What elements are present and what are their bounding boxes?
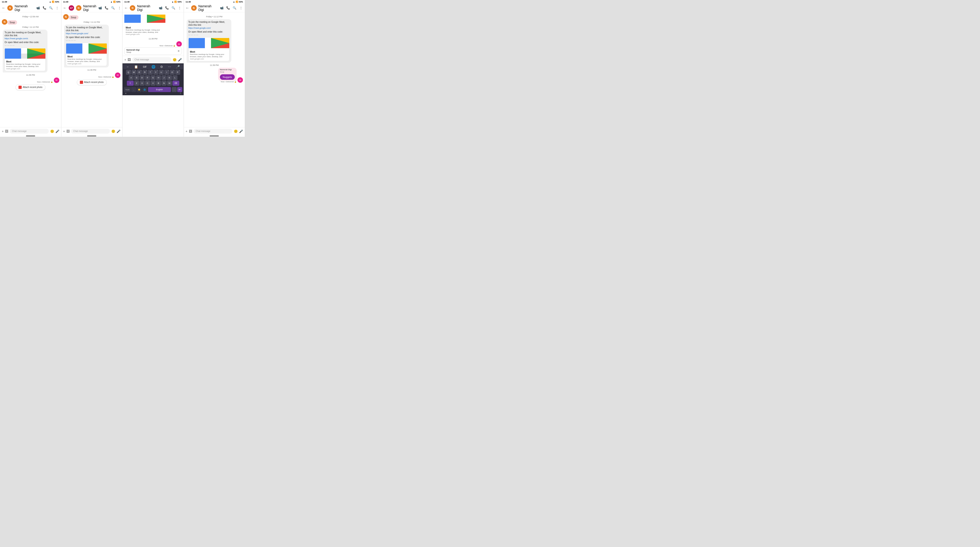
emoji-icon-1[interactable]: 🙂 <box>50 130 54 133</box>
kb-space[interactable]: English <box>148 87 171 92</box>
kb-translate-icon[interactable]: 🌐 <box>151 65 155 68</box>
meet-link-2[interactable]: https://meet.google.com/ <box>66 32 89 35</box>
kb-more-icon[interactable]: ⋯ <box>168 65 171 68</box>
kb-y[interactable]: 6Y <box>153 70 158 75</box>
kb-b[interactable]: B <box>156 81 161 86</box>
plus-icon-2[interactable]: + <box>63 130 65 133</box>
kb-k[interactable]: K <box>167 75 172 80</box>
kb-z[interactable]: Z <box>134 81 139 86</box>
kb-a[interactable]: A <box>129 75 134 80</box>
back-button-4[interactable]: ← <box>186 6 189 10</box>
video-call-icon-3[interactable]: 📹 <box>159 6 163 10</box>
back-button-2[interactable]: ← <box>63 6 67 10</box>
more-icon-3[interactable]: ⋮ <box>178 6 182 10</box>
kb-s[interactable]: S <box>134 75 139 80</box>
mic-icon-4[interactable]: 🎤 <box>239 130 243 133</box>
attach-row-1: Attach recent photo <box>2 84 59 90</box>
kb-p[interactable]: 0P <box>175 70 180 75</box>
video-call-icon-4[interactable]: 📹 <box>220 6 224 10</box>
kb-c[interactable]: C <box>145 81 150 86</box>
kb-shift[interactable]: ⇧ <box>127 81 134 86</box>
sticker-icon-3[interactable]: 🖼 <box>127 58 131 62</box>
video-call-icon-1[interactable]: 📹 <box>36 6 40 10</box>
search-icon-2[interactable]: 🔍 <box>111 6 115 10</box>
kb-u[interactable]: 7U <box>159 70 164 75</box>
kb-g[interactable]: G <box>151 75 156 80</box>
close-reply-3[interactable]: ✕ <box>178 49 180 53</box>
reply-avatar-2: ↩ <box>68 5 74 11</box>
kb-delete[interactable]: ⌫ <box>172 81 179 86</box>
kb-q[interactable]: 1Q <box>126 70 131 75</box>
attach-photo-btn-2[interactable]: Attach recent photo <box>77 79 107 85</box>
meet-card-info-2: Meet Real-time meetings by Google. Using… <box>66 54 107 66</box>
meet-link-4[interactable]: https://meet.google.com/ <box>188 27 211 29</box>
kb-r[interactable]: 4R <box>142 70 147 75</box>
kb-h[interactable]: H <box>156 75 161 80</box>
kb-settings-icon[interactable]: ⚙ <box>160 65 163 68</box>
kb-i[interactable]: 8I <box>164 70 169 75</box>
phone-icon-1[interactable]: 📞 <box>43 6 46 10</box>
plus-icon-1[interactable]: + <box>2 130 4 133</box>
search-icon-1[interactable]: 🔍 <box>49 6 53 10</box>
kb-l[interactable]: L <box>172 75 178 80</box>
kb-w[interactable]: 2W <box>131 70 137 75</box>
kb-period[interactable]: . <box>172 87 177 92</box>
mic-icon-2[interactable]: 🎤 <box>116 130 121 133</box>
kb-globe[interactable]: 🌐 <box>142 87 147 92</box>
kb-num-toggle[interactable]: ?123 <box>124 87 131 92</box>
kb-gif-icon[interactable]: GIF <box>143 66 147 68</box>
kb-j[interactable]: J <box>162 75 167 80</box>
chat-input-2[interactable]: Chat message <box>71 129 110 133</box>
more-icon-2[interactable]: ⋮ <box>117 6 121 10</box>
header-3: ← N Namerah Digi 📹 📞 🔍 ⋮ <box>123 4 184 12</box>
emoji-icon-3[interactable]: 🙂 <box>173 58 177 62</box>
mic-icon-3[interactable]: 🎤 <box>178 58 182 62</box>
kb-emoji-key[interactable]: 🙂 <box>137 87 142 92</box>
chat-input-1[interactable]: Chat message <box>10 129 49 133</box>
kb-f[interactable]: F <box>145 75 150 80</box>
search-icon-4[interactable]: 🔍 <box>232 6 237 10</box>
mic-icon-1[interactable]: 🎤 <box>56 130 59 133</box>
kb-t[interactable]: 5T <box>148 70 153 75</box>
time-sent-4: 11:39 PM <box>186 64 243 66</box>
chat-area-3: Meet Real-time meetings by Google. Using… <box>123 12 184 46</box>
kb-x[interactable]: X <box>140 81 145 86</box>
chat-input-3[interactable]: Chat message <box>132 57 171 62</box>
nav-indicator-1 <box>26 136 35 136</box>
kb-m[interactable]: M <box>167 81 172 86</box>
kb-back-icon[interactable]: ← <box>126 65 129 68</box>
chat-input-4[interactable]: Chat message <box>193 129 232 133</box>
kb-enter[interactable]: ↵ <box>177 87 182 92</box>
meet-card-url-2: meet.google.com <box>67 63 105 65</box>
video-call-icon-2[interactable]: 📹 <box>98 6 102 10</box>
kb-nav-down[interactable]: ▼ <box>125 92 127 95</box>
plus-icon-3[interactable]: + <box>124 58 126 62</box>
more-icon-4[interactable]: ⋮ <box>239 6 243 10</box>
sticker-icon-2[interactable]: 🖼 <box>66 130 70 133</box>
plus-icon-4[interactable]: + <box>186 130 188 133</box>
attach-photo-btn-1[interactable]: Attach recent photo <box>16 84 45 90</box>
emoji-icon-4[interactable]: 🙂 <box>234 130 238 133</box>
back-button-1[interactable]: ← <box>2 6 5 10</box>
time-sent-2: 11:39 PM <box>63 69 121 71</box>
phone-icon-3[interactable]: 📞 <box>165 6 169 10</box>
more-icon-1[interactable]: ⋮ <box>55 6 59 10</box>
meet-link-1[interactable]: https://meet.google.com/s <box>5 37 28 40</box>
kb-e[interactable]: 3E <box>137 70 142 75</box>
sticker-icon-1[interactable]: 🖼 <box>5 130 8 133</box>
sticker-icon-4[interactable]: 🖼 <box>189 130 192 133</box>
kb-v[interactable]: V <box>151 81 156 86</box>
phone-icon-2[interactable]: 📞 <box>105 6 108 10</box>
phone-icon-4[interactable]: 📞 <box>226 6 230 10</box>
kb-o[interactable]: 9O <box>170 70 175 75</box>
back-button-3[interactable]: ← <box>124 6 128 10</box>
kb-comma[interactable]: , <box>131 87 136 92</box>
kb-d[interactable]: D <box>140 75 145 80</box>
emoji-icon-2[interactable]: 🙂 <box>111 130 115 133</box>
search-icon-3[interactable]: 🔍 <box>171 6 175 10</box>
kb-clipboard-icon[interactable]: 📋 <box>134 65 138 68</box>
kb-mic-icon[interactable]: 🎤 <box>176 65 180 68</box>
kb-n[interactable]: N <box>162 81 167 86</box>
input-bar-1: + 🖼 Chat message 🙂 🎤 <box>0 127 61 135</box>
wifi-icon-2: ▲ <box>110 1 113 3</box>
